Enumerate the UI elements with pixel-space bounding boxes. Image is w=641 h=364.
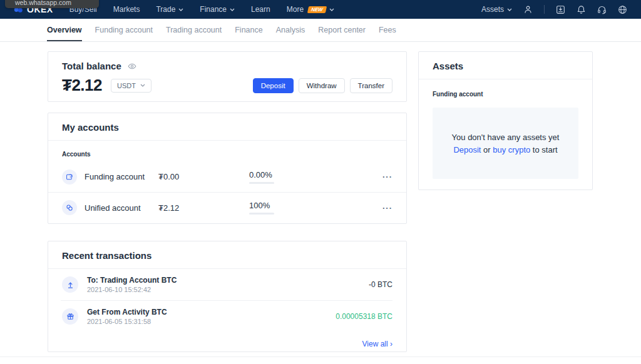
tab-funding-account[interactable]: Funding account: [95, 19, 153, 41]
transaction-amount: -0 BTC: [369, 280, 392, 289]
transaction-time: 2021-06-05 15:31:58: [87, 318, 167, 325]
nav-item-assets[interactable]: Assets: [481, 5, 512, 14]
total-balance-card: Total balance ₮2.12 USDT Deposit Withdra…: [48, 51, 407, 102]
transaction-amount: 0.00005318 BTC: [336, 312, 392, 321]
account-name: Unified account: [85, 203, 158, 213]
account-row-unified[interactable]: Unified account ₮2.12 100% ···: [48, 192, 406, 223]
footer-divider: [0, 356, 641, 357]
nav-item-finance[interactable]: Finance: [200, 5, 235, 14]
empty-assets-line1: You don't have any assets yet: [452, 133, 560, 142]
gift-reward-icon: [62, 308, 78, 325]
transaction-title: Get From Activity BTC: [87, 308, 167, 316]
chevron-down-icon: [178, 8, 183, 11]
empty-assets-box: You don't have any assets yet Deposit or…: [433, 108, 578, 179]
total-balance-amount: ₮2.12: [62, 76, 102, 95]
assets-panel-card: Assets Funding account You don't have an…: [418, 51, 593, 190]
buy-crypto-link[interactable]: buy crypto: [493, 145, 530, 154]
transaction-row[interactable]: Get From Activity BTC 2021-06-05 15:31:5…: [61, 300, 392, 331]
headset-support-icon[interactable]: [597, 5, 607, 14]
globe-language-icon[interactable]: [618, 5, 627, 14]
assets-funding-label: Funding account: [433, 91, 578, 98]
chevron-down-icon: [230, 8, 235, 11]
transaction-time: 2021-06-10 15:52:42: [87, 286, 177, 293]
top-nav-items: Buy/Sell Markets Trade Finance Learn Mor…: [69, 5, 334, 14]
deposit-link[interactable]: Deposit: [453, 145, 481, 154]
nav-item-more[interactable]: More NEW: [287, 5, 334, 14]
my-accounts-card: My accounts Accounts Funding account ₮0.…: [48, 113, 407, 224]
accounts-section-label: Accounts: [62, 151, 392, 158]
top-navbar-right: Assets: [481, 5, 627, 14]
transaction-title: To: Trading Account BTC: [87, 276, 177, 285]
transaction-row[interactable]: To: Trading Account BTC 2021-06-10 15:52…: [61, 269, 392, 300]
tab-overview[interactable]: Overview: [47, 19, 82, 41]
browser-link-tooltip: web.whatsapp.com: [5, 0, 99, 8]
new-badge: NEW: [307, 6, 327, 13]
transaction-text: To: Trading Account BTC 2021-06-10 15:52…: [87, 276, 177, 293]
total-balance-title: Total balance: [62, 61, 121, 71]
transaction-text: Get From Activity BTC 2021-06-05 15:31:5…: [87, 308, 167, 325]
navbar-divider: [544, 5, 545, 14]
account-amount: ₮2.12: [158, 203, 249, 213]
nav-item-learn[interactable]: Learn: [251, 5, 270, 14]
user-icon[interactable]: [523, 5, 533, 14]
download-app-icon[interactable]: [556, 5, 565, 14]
unified-account-icon: [62, 200, 77, 215]
tab-fees[interactable]: Fees: [379, 19, 396, 41]
account-more-menu[interactable]: ···: [382, 203, 392, 213]
percent-bar: [249, 213, 274, 215]
empty-assets-line2: Deposit or buy crypto to start: [453, 145, 557, 154]
chevron-down-icon: [507, 8, 512, 11]
transfer-out-icon: [62, 276, 78, 293]
tab-report-center[interactable]: Report center: [318, 19, 366, 41]
account-row-funding[interactable]: Funding account ₮0.00 0.00% ···: [48, 161, 406, 192]
nav-item-trade[interactable]: Trade: [156, 5, 183, 14]
withdraw-button[interactable]: Withdraw: [299, 78, 345, 93]
account-percent: 100%: [249, 201, 274, 215]
tab-analysis[interactable]: Analysis: [276, 19, 305, 41]
tab-trading-account[interactable]: Trading account: [166, 19, 222, 41]
account-percent: 0.00%: [249, 170, 274, 184]
deposit-button[interactable]: Deposit: [253, 78, 294, 93]
account-amount: ₮0.00: [158, 172, 249, 181]
account-name: Funding account: [85, 172, 158, 181]
currency-select[interactable]: USDT: [111, 79, 151, 93]
percent-bar: [249, 182, 274, 184]
top-navbar: OKEX Buy/Sell Markets Trade Finance Lear…: [0, 0, 641, 19]
recent-transactions-title: Recent transactions: [62, 250, 151, 261]
assets-tabbar: Overview Funding account Trading account…: [0, 19, 641, 42]
transfer-button[interactable]: Transfer: [350, 78, 392, 93]
tab-finance[interactable]: Finance: [235, 19, 262, 41]
eye-visibility-icon[interactable]: [128, 62, 136, 71]
nav-item-markets[interactable]: Markets: [113, 5, 140, 14]
my-accounts-title: My accounts: [62, 122, 119, 133]
chevron-down-icon: [329, 8, 334, 11]
bell-icon[interactable]: [577, 5, 586, 14]
view-all-link[interactable]: View all ›: [48, 331, 406, 356]
recent-transactions-card: Recent transactions To: Trading Account …: [48, 241, 407, 352]
assets-panel-title: Assets: [433, 61, 463, 71]
chevron-down-icon: [140, 84, 145, 87]
funding-account-icon: [62, 169, 77, 185]
account-more-menu[interactable]: ···: [382, 172, 392, 181]
